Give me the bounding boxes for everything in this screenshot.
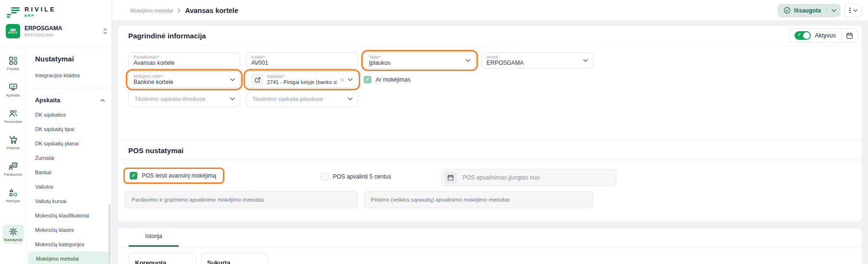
report-board-icon (9, 83, 18, 92)
mokejimo-rusis-select[interactable]: Mokėjimo rūšis* Bankine kortele (128, 72, 240, 88)
brand-product: ERP (24, 13, 56, 18)
purchase-rounding-method-field: Pirkimo (veiklos sąnaudų) apvalinimo mok… (364, 191, 593, 208)
pos-round-5cents-checkbox[interactable]: POS apvalinti 5 centus (321, 173, 391, 180)
menu-item-valiutu-kursai[interactable]: Valiutų kursai (27, 194, 111, 208)
saved-button[interactable]: Išsaugota (778, 4, 841, 17)
pos-settings: POS leisti avansinį mokėjimą POS apvalin… (118, 160, 862, 222)
chevron-down-icon (465, 59, 470, 62)
menu-item-bankai[interactable]: Bankai (27, 165, 111, 180)
general-form: Pavadinimas* Avansas kortele Kodas* AV00… (118, 46, 862, 140)
people-icon (9, 109, 18, 118)
ar-mokejimas-label: Ar mokėjimas (376, 76, 411, 83)
menu-scrollbar[interactable] (109, 204, 110, 264)
tab-istorija[interactable]: Istorija (129, 233, 179, 247)
checkbox-checked-icon (364, 76, 371, 84)
menu-item-integracijos-klaidos[interactable]: Integracijos klaidos (27, 69, 111, 82)
kodas-field[interactable]: Kodas* AV001 (246, 52, 358, 69)
section-title-general: Pagrindinė informacija (128, 32, 206, 40)
clear-icon[interactable] (340, 78, 344, 82)
rail-item-apskaita[interactable]: Apskaita (2, 80, 24, 99)
chevron-down-icon (348, 97, 353, 100)
chevron-down-icon[interactable] (827, 9, 841, 12)
active-toggle[interactable]: Aktyvus (789, 31, 841, 40)
menu-item-valiutos[interactable]: Valiutos (27, 180, 111, 194)
chevron-up-icon (100, 99, 105, 102)
chevron-down-icon (853, 9, 857, 12)
pos-rounding-from-datefield: POS apvalinimas įjungtas nuo (441, 169, 616, 186)
external-link-icon[interactable] (251, 73, 264, 86)
pos-advance-highlight: POS leisti avansinį mokėjimą (123, 168, 224, 184)
menu-item-mokesciu-klases[interactable]: Mokesčių klasės (27, 223, 111, 237)
tikslinimo-iplaukose-select[interactable]: Tikslinimo sąskaita įplaukose (246, 91, 358, 107)
checkbox-checked-icon (130, 172, 137, 180)
chevron-down-icon (230, 97, 235, 100)
module-rail: Pradžia Apskaita Personalas Pirkimai Par… (0, 47, 26, 264)
kebab-icon (849, 8, 851, 13)
menu-item-dk-saskaitu-planai[interactable]: DK sąskaitų planai (27, 136, 111, 151)
sidebar: RIVILE ERP RIVILE ERPOSGAMA ERPOSGAMA Pr… (0, 0, 112, 264)
saskaita-select[interactable]: Sąskaita* 2741 - Pinigai kelyje (banko s… (246, 72, 358, 88)
brand-name: RIVILE (24, 6, 56, 13)
menu-heading: Nustatymai (27, 55, 111, 63)
checkbox-unchecked-icon (321, 173, 329, 180)
chevron-down-icon (230, 78, 235, 81)
rail-item-atsargos[interactable]: Atsargos (2, 186, 24, 205)
app-logo: RIVILE ERP (0, 0, 111, 18)
created-box: Sukurta (201, 253, 268, 264)
section-title-pos: POS nustatymai (128, 146, 183, 155)
rail-item-pardavimai[interactable]: Pardavimai (2, 159, 24, 179)
menu-item-dk-saskaitu-tipai[interactable]: DK sąskaitų tipai (27, 122, 111, 136)
rivile-logo-icon (7, 6, 20, 18)
rail-item-personalas[interactable]: Personalas (2, 107, 24, 126)
menu-item-dk-saskaitos[interactable]: DK sąskaitos (27, 108, 111, 122)
gear-icon (9, 227, 18, 236)
menu-group-apskaita[interactable]: Apskaita (27, 94, 111, 108)
chevron-down-icon (583, 59, 588, 62)
chevron-right-icon (177, 8, 181, 13)
rail-item-pradzia[interactable]: Pradžia (2, 54, 24, 73)
cart-icon (9, 135, 18, 144)
pos-allow-advance-label: POS leisti avansinį mokėjimą (142, 172, 216, 179)
saved-button-label: Išsaugota (794, 7, 821, 14)
imone-value: ERPOSGAMA (487, 60, 580, 67)
workspace-logo-icon: RIVILE (6, 24, 20, 38)
created-label: Sukurta (207, 259, 230, 264)
pos-allow-advance-checkbox[interactable]: POS leisti avansinį mokėjimą (130, 172, 216, 180)
payment-method-card: Pagrindinė informacija Aktyvus Pavadinim… (117, 25, 862, 222)
shapes-icon (9, 188, 18, 197)
pavadinimas-field[interactable]: Pavadinimas* Avansas kortele (128, 52, 240, 69)
active-toggle-group: Aktyvus (789, 28, 858, 43)
breadcrumb-parent[interactable]: Mokėjimo metodai (130, 8, 173, 13)
settings-menu: Nustatymai Integracijos klaidos Apskaita… (27, 47, 111, 264)
pos-rounding-from-placeholder: POS apvalinimas įjungtas nuo (463, 174, 539, 181)
active-toggle-label: Aktyvus (815, 32, 836, 39)
history-card: Istorija Koreguota Sukurta (117, 228, 862, 264)
tipas-select[interactable]: Tipas* Įplaukos (364, 52, 476, 69)
chevron-down-icon (348, 78, 353, 81)
menu-item-zurnalai[interactable]: Žurnalai (27, 151, 111, 165)
ar-mokejimas-checkbox[interactable]: Ar mokėjimas (364, 76, 411, 84)
toggle-on-icon (795, 31, 811, 40)
tikslinimo-ismokose-select[interactable]: Tikslinimo sąskaita išmokose (128, 91, 240, 107)
saskaita-value: 2741 - Pinigai kelyje (banko skaitytu (267, 79, 337, 86)
topbar: Mokėjimo metodai Avansas kortele Išsaugo… (112, 0, 868, 21)
main-content: Pagrindinė informacija Aktyvus Pavadinim… (112, 21, 868, 264)
kodas-value: AV001 (251, 60, 353, 67)
modified-box: Koreguota (129, 253, 196, 264)
breadcrumb-current: Avansas kortele (185, 7, 238, 14)
pos-round-5cents-label: POS apvalinti 5 centus (333, 173, 391, 180)
check-circle-icon (783, 7, 791, 14)
rail-item-pirkimai[interactable]: Pirkimai (2, 133, 24, 152)
imone-select[interactable]: Įmonė ERPOSGAMA (481, 52, 593, 69)
calendar-button[interactable] (842, 32, 857, 39)
modified-label: Koreguota (135, 259, 166, 264)
more-actions-button[interactable] (844, 4, 862, 17)
menu-item-mokesciu-klasifikatoriai[interactable]: Mokesčių klasifikatoriai (27, 208, 111, 223)
workspace-name: ERPOSGAMA (24, 25, 62, 32)
menu-divider (27, 88, 111, 88)
workspace-org: ERPOSGAMA (24, 32, 62, 37)
menu-item-mokejimo-metodai[interactable]: Mokėjimo metodai (28, 252, 110, 264)
rail-item-nustatymai[interactable]: Nustatymai (2, 225, 24, 244)
workspace-selector[interactable]: RIVILE ERPOSGAMA ERPOSGAMA (6, 24, 108, 38)
menu-item-mokesciu-kategorijos[interactable]: Mokesčių kategorijos (27, 237, 111, 252)
